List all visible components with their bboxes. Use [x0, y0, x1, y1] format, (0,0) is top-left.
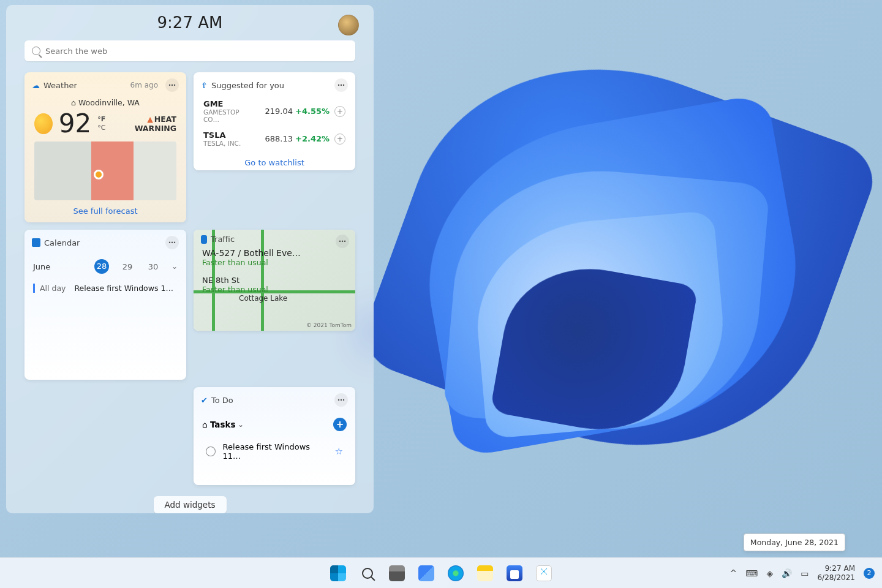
stock-price: 219.04 [256, 107, 293, 116]
calendar-month: June [33, 262, 83, 271]
search-icon [362, 568, 373, 579]
todo-icon: ✔ [201, 396, 208, 405]
calendar-icon [32, 238, 40, 247]
chevron-down-icon[interactable]: ⌄ [172, 262, 178, 271]
star-icon[interactable]: ☆ [335, 446, 343, 457]
stock-company: GAMESTOP CO… [203, 108, 256, 123]
chevron-down-icon[interactable]: ⌄ [238, 421, 244, 429]
stock-company: TESLA, INC. [203, 140, 256, 147]
todo-title: To Do [211, 396, 331, 405]
wifi-icon[interactable]: ◈ [766, 568, 773, 578]
traffic-more-button[interactable] [336, 235, 349, 248]
calendar-widget[interactable]: Calendar June 28 29 30 ⌄ All day Release… [24, 230, 186, 380]
panel-clock: 9:27 AM [24, 13, 355, 32]
battery-icon[interactable]: ▭ [801, 568, 809, 578]
task-checkbox[interactable] [206, 447, 216, 456]
start-button[interactable] [325, 560, 351, 586]
mail-button[interactable] [531, 560, 557, 586]
weather-map[interactable] [34, 141, 176, 200]
add-stock-button[interactable]: + [334, 106, 345, 117]
stocks-widget[interactable]: ⇧ Suggested for you GME GAMESTOP CO… 219… [194, 72, 355, 170]
stocks-icon: ⇧ [201, 81, 208, 90]
traffic-widget[interactable]: Traffic WA-527 / Bothell Eve… Faster tha… [194, 230, 355, 331]
task-view-button[interactable] [384, 560, 410, 586]
traffic-route-1: WA-527 / Bothell Eve… [202, 248, 347, 258]
taskbar-search-button[interactable] [355, 560, 380, 586]
edge-browser-button[interactable] [443, 560, 469, 586]
unit-fahrenheit[interactable]: °F [97, 115, 105, 124]
calendar-event[interactable]: All day Release first Windows 1… [33, 277, 178, 299]
tasks-list-label[interactable]: Tasks [202, 420, 236, 429]
search-bar[interactable] [24, 40, 355, 61]
traffic-route-2: NE 8th St [202, 276, 347, 285]
calendar-title: Calendar [44, 238, 162, 247]
stock-change: +2.42% [293, 134, 330, 143]
microsoft-store-button[interactable] [502, 560, 527, 586]
keyboard-icon[interactable]: ⌨ [745, 568, 758, 578]
see-full-forecast-link[interactable]: See full forecast [34, 200, 176, 216]
stocks-title: Suggested for you [211, 81, 331, 90]
traffic-title: Traffic [211, 235, 235, 244]
map-attribution: © 2021 TomTom [306, 322, 352, 328]
stock-symbol: TSLA [203, 130, 256, 140]
widgets-panel: 9:27 AM ☁ Weather 6m ago Woodinville, WA… [6, 5, 374, 513]
widgets-button[interactable] [413, 560, 439, 586]
stock-row-gme[interactable]: GME GAMESTOP CO… 219.04 +4.55% + [194, 96, 355, 127]
weather-warning: ▲HEAT WARNING [111, 115, 176, 133]
weather-location: Woodinville, WA [34, 98, 176, 107]
traffic-status-1: Faster than usual [202, 258, 347, 267]
stock-symbol: GME [203, 99, 256, 108]
go-to-watchlist-link[interactable]: Go to watchlist [194, 151, 355, 170]
weather-icon: ☁ [32, 81, 40, 90]
taskbar-time: 9:27 AM [817, 564, 855, 573]
taskbar: ^ ⌨ ◈ 🔊 ▭ 9:27 AM 6/28/2021 2 [0, 557, 882, 588]
tray-overflow-icon[interactable]: ^ [730, 568, 737, 578]
task-item[interactable]: Release first Windows 11… ☆ [202, 435, 347, 468]
add-task-button[interactable]: + [333, 418, 347, 431]
volume-icon[interactable]: 🔊 [782, 568, 792, 578]
calendar-day[interactable]: 30 [146, 262, 160, 271]
user-avatar[interactable] [338, 15, 359, 36]
taskbar-date: 6/28/2021 [817, 573, 855, 582]
calendar-day-selected[interactable]: 28 [94, 259, 109, 274]
traffic-icon [201, 235, 207, 244]
weather-updated: 6m ago [130, 81, 158, 89]
calendar-day[interactable]: 29 [120, 262, 135, 271]
weather-more-button[interactable] [165, 78, 179, 92]
add-widgets-button[interactable]: Add widgets [154, 496, 227, 513]
weather-title: Weather [43, 81, 127, 90]
calendar-more-button[interactable] [165, 236, 179, 249]
date-tooltip: Monday, June 28, 2021 [744, 533, 845, 551]
event-title: Release first Windows 1… [74, 284, 173, 293]
stock-price: 688.13 [256, 134, 293, 143]
search-icon [32, 47, 40, 55]
stock-change: +4.55% [293, 107, 330, 116]
all-day-label: All day [33, 284, 66, 293]
unit-celsius[interactable]: °C [97, 124, 105, 132]
weather-temperature: 92 [59, 111, 91, 137]
todo-more-button[interactable] [334, 393, 348, 407]
sun-icon [34, 113, 53, 134]
weather-widget[interactable]: ☁ Weather 6m ago Woodinville, WA 92 °F °… [24, 72, 186, 222]
todo-widget[interactable]: ✔ To Do Tasks ⌄ + Release first Windows … [194, 387, 355, 485]
file-explorer-button[interactable] [472, 560, 498, 586]
stocks-more-button[interactable] [334, 78, 348, 92]
traffic-status-2: Faster than usual [202, 285, 347, 294]
task-label: Release first Windows 11… [223, 442, 328, 461]
traffic-place: Cottage Lake [239, 294, 347, 303]
search-input[interactable] [45, 47, 348, 56]
add-stock-button[interactable]: + [334, 134, 345, 145]
notification-badge[interactable]: 2 [864, 568, 875, 579]
stock-row-tsla[interactable]: TSLA TESLA, INC. 688.13 +2.42% + [194, 127, 355, 151]
taskbar-clock[interactable]: 9:27 AM 6/28/2021 [817, 564, 855, 582]
